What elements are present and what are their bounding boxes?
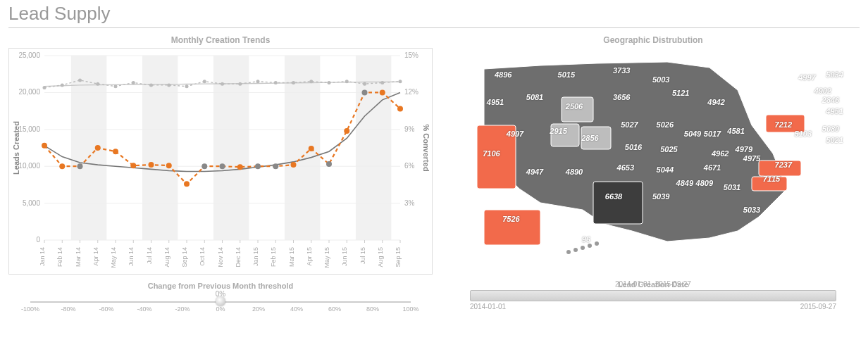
svg-point-70 [113, 149, 118, 154]
date-range-label: 2014-01-01..2015-09-27 [470, 280, 836, 288]
svg-point-96 [203, 80, 206, 83]
state-value-label: 5034 [826, 70, 843, 79]
svg-text:Nov 14: Nov 14 [217, 247, 224, 268]
svg-point-77 [237, 164, 243, 170]
state-value-label: 5003 [652, 75, 669, 84]
threshold-tick: 60% [328, 306, 341, 313]
state-value-label: 7115 [763, 175, 780, 183]
state-value-label: 5033 [743, 206, 760, 214]
svg-point-66 [42, 143, 47, 149]
state-value-label: 4962 [712, 149, 728, 158]
state-value-label: 7237 [775, 161, 792, 169]
monthly-chart[interactable]: 05,00010,00015,00020,00025,0003%6%9%12%1… [8, 48, 433, 275]
state-value-label: 5121 [672, 89, 689, 97]
svg-point-89 [78, 78, 82, 82]
svg-text:9%: 9% [404, 125, 415, 133]
threshold-tick: -80% [61, 306, 75, 313]
state-value-label: 5044 [657, 165, 674, 174]
state-value-label: 4951 [826, 107, 843, 115]
svg-rect-116 [593, 182, 643, 224]
svg-text:0: 0 [36, 236, 40, 244]
threshold-knob[interactable] [216, 296, 225, 306]
svg-text:25,000: 25,000 [18, 51, 40, 59]
state-value-label: 2856 [581, 134, 598, 142]
state-value-label: 4997 [798, 73, 815, 82]
svg-rect-0 [71, 56, 107, 240]
threshold-tick: -20% [175, 306, 190, 313]
svg-text:May 14: May 14 [110, 247, 117, 268]
svg-point-100 [274, 81, 278, 84]
state-value-label: 4947 [526, 168, 543, 176]
svg-text:Apr 14: Apr 14 [92, 247, 99, 266]
state-value-label: 5021 [826, 136, 843, 144]
svg-point-86 [397, 106, 403, 111]
threshold-tick: 20% [252, 306, 265, 313]
svg-text:% Converted: % Converted [422, 124, 430, 171]
state-value-label: 7526 [502, 215, 519, 223]
geo-map[interactable]: 4896501537335003495150812506365651214942… [456, 48, 850, 273]
svg-point-87 [43, 86, 46, 89]
date-slider-block: Lead Creation Date 2014-01-01..2015-09-2… [470, 280, 836, 310]
svg-point-119 [581, 246, 585, 250]
threshold-slider-block: Change from Previous Month threshold 0% … [30, 282, 411, 313]
threshold-tick: 0% [216, 306, 225, 313]
state-value-label: 4979 [736, 145, 752, 153]
svg-point-99 [256, 80, 260, 83]
svg-point-71 [130, 163, 136, 168]
svg-point-120 [588, 244, 592, 248]
svg-point-97 [221, 82, 224, 86]
state-value-label: 5031 [724, 183, 740, 191]
svg-text:15%: 15% [404, 51, 418, 59]
threshold-tick: -60% [99, 306, 113, 313]
state-value-label: 4975 [743, 154, 760, 163]
svg-point-105 [363, 82, 366, 86]
svg-text:Aug 15: Aug 15 [377, 247, 384, 268]
threshold-tick: 100% [402, 306, 418, 313]
monthly-panel: Monthly Creation Trends 05,00010,00015,0… [8, 32, 433, 313]
svg-text:Jun 14: Jun 14 [128, 247, 135, 266]
state-value-label: 5080 [822, 125, 839, 133]
svg-point-117 [566, 250, 571, 254]
svg-point-73 [166, 163, 172, 168]
svg-point-83 [344, 128, 349, 134]
state-value-label: 5017 [704, 130, 721, 138]
state-value-label: 5015 [558, 70, 575, 79]
state-value-label: 4942 [707, 98, 724, 106]
divider [8, 27, 860, 28]
svg-text:Jan 14: Jan 14 [39, 247, 46, 266]
svg-text:12%: 12% [404, 88, 418, 96]
state-value-label: 4890 [566, 168, 583, 176]
date-end: 2015-09-27 [800, 303, 836, 310]
date-slider-track[interactable] [470, 290, 836, 301]
svg-point-84 [362, 89, 368, 95]
svg-point-94 [167, 83, 170, 87]
svg-point-80 [291, 162, 297, 168]
svg-text:May 15: May 15 [323, 247, 330, 268]
svg-point-95 [185, 84, 189, 88]
svg-point-68 [78, 163, 83, 169]
threshold-tick: -100% [21, 306, 39, 313]
svg-text:20,000: 20,000 [18, 88, 40, 96]
state-value-label: 4951 [487, 98, 504, 106]
state-value-label: 4653 [617, 163, 634, 172]
state-value-label: 5016 [625, 143, 642, 151]
svg-text:Jul 14: Jul 14 [146, 247, 153, 264]
svg-text:Sep 15: Sep 15 [395, 247, 402, 268]
state-value-label: 3733 [613, 66, 630, 75]
svg-text:Leads Created: Leads Created [12, 121, 20, 175]
svg-rect-1 [142, 56, 178, 240]
svg-point-102 [309, 80, 313, 83]
svg-text:Oct 14: Oct 14 [199, 247, 206, 266]
state-value-label: 5039 [652, 192, 669, 201]
threshold-slider[interactable]: 0% -100%-80%-60%-40%-20%0%20%40%60%80%10… [30, 291, 411, 313]
svg-text:Jan 15: Jan 15 [252, 247, 259, 266]
state-value-label: 4671 [704, 163, 721, 172]
state-value-label: 2915 [550, 127, 566, 135]
state-value-label: 2846 [822, 96, 839, 104]
state-value-label: 5025 [660, 145, 677, 153]
state-value-label: 5103 [795, 130, 812, 138]
threshold-title: Change from Previous Month threshold [30, 282, 411, 290]
state-value-label: 7212 [775, 120, 792, 129]
state-value-label: 5049 [684, 130, 701, 138]
threshold-tick: 80% [366, 306, 379, 313]
